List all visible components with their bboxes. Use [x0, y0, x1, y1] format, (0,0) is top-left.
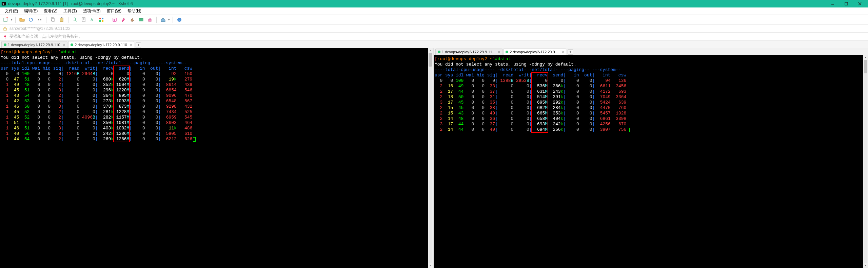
window-titlebar: X devops-deploy2-172.29.9.111 [1] - root… — [0, 0, 868, 7]
font-button[interactable]: A — [89, 16, 96, 23]
session-tabstrip: 1 devops-deploy1-172.29.9.110×2 devops-d… — [0, 41, 868, 48]
svg-rect-14 — [60, 18, 63, 22]
minimize-button[interactable] — [826, 0, 840, 7]
pane-tab[interactable]: 2 devops-deploy2-172.29.9....× — [503, 49, 566, 55]
scroll-down-icon[interactable]: ▾ — [863, 263, 868, 268]
svg-rect-3 — [845, 2, 848, 5]
menu-bar: 文件(F)编辑(E)查看(V)工具(T)选项卡(B)窗口(W)帮助(H) — [0, 7, 868, 15]
svg-rect-22 — [99, 18, 101, 19]
svg-rect-27 — [139, 18, 143, 21]
close-button[interactable] — [853, 0, 867, 7]
terminal-right[interactable]: [root@devops-deploy2 ~]#dstat You did no… — [434, 55, 868, 268]
svg-point-16 — [73, 18, 76, 20]
status-dot-icon — [4, 43, 6, 46]
svg-line-17 — [75, 20, 77, 21]
close-icon[interactable]: × — [63, 43, 65, 47]
svg-rect-11 — [40, 19, 41, 20]
scroll-up-icon[interactable]: ▴ — [428, 48, 433, 53]
right-pane: 1 devops-deploy2-172.29.9.11...×2 devops… — [434, 48, 868, 268]
close-icon[interactable]: × — [498, 50, 500, 54]
svg-rect-15 — [61, 17, 62, 18]
address-text[interactable]: ssh://root:******@172.29.9.111:22 — [9, 26, 868, 31]
menu-item[interactable]: 文件(F) — [2, 7, 21, 15]
main-split: [root@devops-deploy1 ~]#dstat You did no… — [0, 48, 868, 268]
svg-text:X: X — [2, 2, 4, 6]
svg-point-9 — [29, 18, 33, 21]
svg-rect-28 — [149, 19, 151, 21]
svg-text:?: ? — [179, 18, 180, 22]
svg-rect-23 — [102, 18, 103, 19]
svg-rect-13 — [52, 18, 54, 21]
clear-button[interactable] — [129, 16, 136, 23]
svg-rect-10 — [38, 19, 39, 20]
status-dot-icon — [438, 51, 440, 53]
right-pane-tabstrip: 1 devops-deploy2-172.29.9.11...×2 devops… — [434, 48, 868, 55]
script-button[interactable]: js — [111, 16, 118, 23]
status-dot-icon — [506, 51, 508, 53]
menu-item[interactable]: 查看(V) — [41, 7, 60, 15]
app-icon: X — [1, 1, 6, 6]
hint-bar: 要添加当前会话，点击左侧的箭头按钮。 — [0, 33, 868, 41]
xftp-button[interactable] — [137, 16, 145, 23]
menu-item[interactable]: 选项卡(B) — [80, 7, 103, 15]
menu-item[interactable]: 工具(T) — [61, 7, 79, 15]
address-bar: ssh://root:******@172.29.9.111:22 — [0, 24, 868, 33]
scroll-down-icon[interactable]: ▾ — [428, 263, 433, 268]
pane-tab[interactable]: 1 devops-deploy2-172.29.9.11...× — [435, 49, 502, 55]
status-dot-icon — [71, 43, 73, 46]
color-button[interactable] — [98, 16, 105, 23]
pin-icon[interactable] — [3, 34, 7, 39]
new-session-button[interactable] — [2, 16, 9, 23]
terminal-left[interactable]: [root@devops-deploy1 ~]#dstat You did no… — [0, 48, 433, 268]
session-tab[interactable]: 1 devops-deploy1-172.29.9.110× — [1, 41, 67, 48]
svg-text:js: js — [113, 19, 116, 21]
scrollbar-left[interactable]: ▴ ▾ — [428, 48, 433, 268]
close-icon[interactable]: × — [562, 50, 564, 54]
reconnect-button[interactable] — [27, 16, 35, 23]
paste-button[interactable] — [58, 16, 65, 23]
disconnect-button[interactable] — [36, 16, 43, 23]
menu-item[interactable]: 窗口(W) — [104, 7, 124, 15]
add-tab-button[interactable]: + — [136, 42, 141, 48]
svg-rect-25 — [102, 20, 103, 22]
svg-rect-24 — [99, 20, 101, 22]
window-title: devops-deploy2-172.29.9.111 [1] - root@d… — [8, 1, 133, 6]
scroll-thumb[interactable] — [429, 53, 432, 67]
svg-rect-31 — [4, 28, 6, 30]
maximize-button[interactable] — [840, 0, 853, 7]
menu-item[interactable]: 帮助(H) — [125, 7, 144, 15]
left-pane: [root@devops-deploy1 ~]#dstat You did no… — [0, 48, 434, 268]
properties-button[interactable] — [80, 16, 87, 23]
copy-button[interactable] — [49, 16, 57, 23]
add-pane-tab-button[interactable]: + — [568, 49, 573, 55]
lock-button[interactable] — [146, 16, 154, 23]
menu-item[interactable]: 编辑(E) — [21, 7, 40, 15]
scroll-thumb[interactable] — [864, 60, 867, 73]
highlight-button[interactable] — [120, 16, 127, 23]
scroll-up-icon[interactable]: ▴ — [863, 55, 868, 60]
svg-text:A: A — [91, 18, 93, 22]
hint-text: 要添加当前会话，点击左侧的箭头按钮。 — [9, 34, 83, 39]
toolbar: ▾ A js ▾ ? — [0, 15, 868, 24]
help-button[interactable]: ? — [176, 16, 183, 23]
close-icon[interactable]: × — [130, 43, 132, 47]
lock-icon — [3, 26, 7, 31]
session-tab[interactable]: 2 devops-deploy1-172.29.9.110× — [68, 41, 134, 48]
scrollbar-right[interactable]: ▴ ▾ — [863, 55, 868, 268]
svg-rect-6 — [4, 18, 7, 21]
open-button[interactable] — [18, 16, 26, 23]
find-button[interactable] — [71, 16, 79, 23]
home-button[interactable] — [159, 16, 167, 23]
